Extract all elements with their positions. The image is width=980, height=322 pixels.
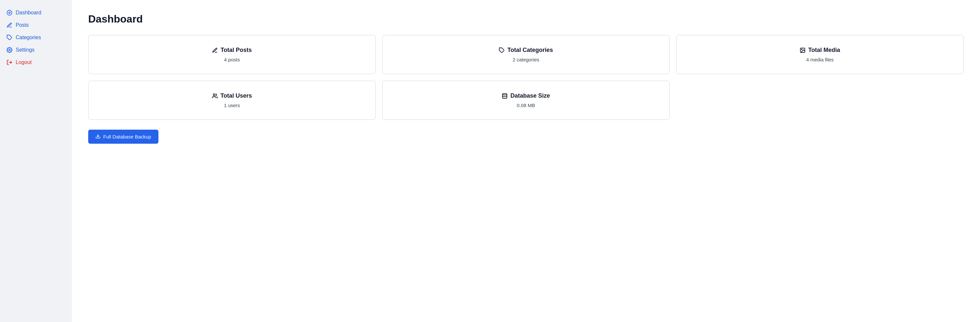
sidebar-label-settings: Settings bbox=[16, 47, 35, 53]
card-database-size-title: Database Size bbox=[502, 92, 550, 99]
svg-point-0 bbox=[7, 10, 12, 15]
media-icon bbox=[800, 47, 805, 54]
sidebar-item-posts[interactable]: Posts bbox=[0, 19, 72, 31]
sidebar-label-logout: Logout bbox=[16, 59, 32, 65]
categories-icon bbox=[6, 35, 13, 41]
sidebar-label-dashboard: Dashboard bbox=[16, 10, 41, 16]
cards-bottom-row: Total Users 1 users Database Size 0.08 M… bbox=[88, 81, 964, 120]
cards-top-row: Total Posts 4 posts Total Categories 2 c… bbox=[88, 35, 964, 74]
svg-point-8 bbox=[213, 94, 215, 96]
sidebar: Dashboard Posts Categories Settings bbox=[0, 0, 72, 322]
svg-point-7 bbox=[801, 49, 802, 50]
card-database-size-value: 0.08 MB bbox=[517, 103, 535, 108]
main-content: Dashboard Total Posts 4 posts bbox=[72, 0, 980, 322]
sidebar-item-logout[interactable]: Logout bbox=[0, 56, 72, 68]
edit-icon bbox=[212, 47, 218, 54]
full-database-backup-button[interactable]: Full Database Backup bbox=[88, 130, 158, 144]
card-total-posts: Total Posts 4 posts bbox=[88, 35, 375, 74]
sidebar-label-categories: Categories bbox=[16, 35, 41, 41]
card-database-size: Database Size 0.08 MB bbox=[382, 81, 670, 120]
card-total-media-title: Total Media bbox=[800, 47, 840, 54]
database-icon bbox=[502, 92, 508, 99]
card-total-categories: Total Categories 2 categories bbox=[382, 35, 670, 74]
card-total-users-title: Total Users bbox=[212, 92, 252, 99]
sidebar-item-settings[interactable]: Settings bbox=[0, 44, 72, 56]
svg-point-3 bbox=[9, 49, 10, 51]
card-total-posts-title: Total Posts bbox=[212, 47, 252, 54]
sidebar-item-categories[interactable]: Categories bbox=[0, 31, 72, 44]
card-total-categories-value: 2 categories bbox=[512, 57, 539, 62]
svg-point-1 bbox=[9, 12, 10, 14]
users-icon bbox=[212, 92, 218, 99]
card-total-users-value: 1 users bbox=[224, 103, 240, 108]
tag-icon bbox=[499, 47, 505, 54]
svg-point-9 bbox=[503, 94, 508, 95]
download-icon bbox=[95, 133, 100, 140]
card-total-users: Total Users 1 users bbox=[88, 81, 375, 120]
page-title: Dashboard bbox=[88, 13, 964, 25]
card-total-media: Total Media 4 media files bbox=[676, 35, 964, 74]
sidebar-label-posts: Posts bbox=[16, 22, 29, 28]
card-total-posts-value: 4 posts bbox=[224, 57, 240, 62]
card-total-categories-title: Total Categories bbox=[499, 47, 553, 54]
card-total-media-value: 4 media files bbox=[806, 57, 834, 62]
sidebar-item-dashboard[interactable]: Dashboard bbox=[0, 6, 72, 19]
backup-button-label: Full Database Backup bbox=[103, 134, 151, 140]
settings-icon bbox=[6, 47, 13, 53]
posts-icon bbox=[6, 22, 13, 28]
logout-icon bbox=[6, 59, 13, 65]
dashboard-icon bbox=[6, 10, 13, 16]
